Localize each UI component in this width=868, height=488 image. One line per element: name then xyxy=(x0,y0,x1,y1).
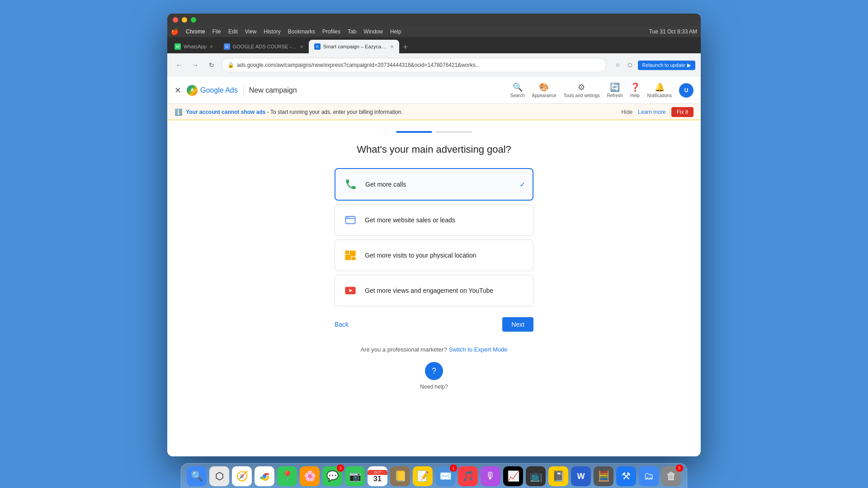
alert-account-link[interactable]: Your account cannot show ads xyxy=(186,109,265,115)
expert-mode-row: Are you a professional marketer? Switch … xyxy=(167,346,701,353)
action-row: Back Next xyxy=(335,317,533,332)
mail-badge: 1 xyxy=(450,465,457,472)
tab-smart-campaign-title: Smart campaign – Eazycare... xyxy=(323,44,387,49)
dock-facetime[interactable]: 📷 xyxy=(345,466,365,486)
website-label: Get more website sales or leads xyxy=(365,216,526,224)
dock-calculator[interactable]: 🧮 xyxy=(594,466,613,486)
menu-window[interactable]: Window xyxy=(363,28,383,35)
dock-mail[interactable]: ✉️ 1 xyxy=(435,466,455,486)
alert-actions: Hide Learn more Fix it xyxy=(622,107,693,117)
advertising-goal-options: Get more calls ✓ Get more website sales … xyxy=(335,168,533,306)
option-calls[interactable]: Get more calls ✓ xyxy=(335,168,533,201)
dock-notes[interactable]: 📝 xyxy=(413,466,433,486)
expert-mode-link[interactable]: Switch to Expert Mode xyxy=(449,346,508,353)
tools-label: Tools and settings xyxy=(563,93,599,98)
notifications-tool[interactable]: 🔔 Notifications xyxy=(647,82,672,98)
reload-btn[interactable]: ↻ xyxy=(205,59,218,71)
menu-history[interactable]: History xyxy=(264,28,281,35)
tab-google-ads-course[interactable]: G GOOGLE ADS COURSE - Goo... ✕ xyxy=(218,40,309,53)
appearance-tool[interactable]: 🎨 Appearance xyxy=(532,82,557,98)
google-ads-text: Google Ads xyxy=(200,86,238,94)
menu-bookmarks[interactable]: Bookmarks xyxy=(288,28,315,35)
toolbar-right: 🔍 Search 🎨 Appearance ⚙ Tools and settin… xyxy=(510,82,693,98)
tab-smart-campaign[interactable]: A Smart campaign – Eazycare... ✕ xyxy=(309,40,399,53)
tab-smart-campaign-close[interactable]: ✕ xyxy=(390,44,394,49)
menu-tab[interactable]: Tab xyxy=(348,28,356,35)
dock-stocks[interactable]: 📈 xyxy=(503,466,523,486)
dock-music[interactable]: 🎵 xyxy=(458,466,478,486)
google-ads-course-favicon: G xyxy=(224,43,230,50)
refresh-label: Refresh xyxy=(607,93,623,98)
forward-nav-btn[interactable]: → xyxy=(189,59,202,71)
back-nav-btn[interactable]: ← xyxy=(173,59,185,71)
location-label: Get more visits to your physical locatio… xyxy=(365,252,526,259)
user-avatar[interactable]: U xyxy=(679,83,693,98)
alert-info-icon: ℹ️ xyxy=(175,108,182,116)
next-button[interactable]: Next xyxy=(502,317,533,332)
dock-podcasts[interactable]: 🎙 xyxy=(481,466,500,486)
new-campaign-label: New campaign xyxy=(249,86,297,94)
back-button[interactable]: Back xyxy=(335,321,349,328)
relaunch-update-btn[interactable]: Relaunch to update ▶ xyxy=(638,61,695,70)
search-tool[interactable]: 🔍 Search xyxy=(510,82,525,98)
option-location[interactable]: Get more visits to your physical locatio… xyxy=(335,239,533,271)
help-tool[interactable]: ❓ Help xyxy=(630,82,640,98)
dock-notes2[interactable]: 📓 xyxy=(548,466,568,486)
tab-whatsapp[interactable]: W WhatsApp ✕ xyxy=(169,40,218,53)
dock-calendar[interactable]: OCT 31 xyxy=(368,466,387,486)
tab-google-ads-course-close[interactable]: ✕ xyxy=(300,44,303,49)
dock-iptv[interactable]: 📺 xyxy=(526,466,546,486)
dock-trash[interactable]: 🗑 5 xyxy=(661,466,681,486)
url-text: ads.google.com/aw/campaigns/new/express?… xyxy=(237,62,600,68)
dock-compass[interactable]: 🧭 xyxy=(232,466,252,486)
option-website[interactable]: Get more website sales or leads xyxy=(335,204,533,236)
alert-text: Your account cannot show ads - To start … xyxy=(186,109,618,115)
website-icon xyxy=(342,212,359,228)
bookmark-icon[interactable]: ☆ xyxy=(613,61,623,70)
extensions-icon[interactable]: ⬡ xyxy=(625,61,634,70)
menu-chrome[interactable]: Chrome xyxy=(186,28,205,35)
new-tab-button[interactable]: + xyxy=(399,41,412,53)
need-help-area: ? Need help? xyxy=(167,362,701,390)
calls-icon xyxy=(343,176,359,192)
menu-profiles[interactable]: Profiles xyxy=(322,28,340,35)
google-ads-toolbar: ✕ A Google Ads New campaign 🔍 Search 🎨 A… xyxy=(167,77,701,104)
close-campaign-btn[interactable]: ✕ xyxy=(175,85,181,95)
svg-rect-7 xyxy=(351,257,355,260)
menu-help[interactable]: Help xyxy=(390,28,401,35)
alert-learn-btn[interactable]: Learn more xyxy=(638,109,665,115)
tools-tool[interactable]: ⚙ Tools and settings xyxy=(563,82,599,98)
dock-photos[interactable]: 🌸 xyxy=(300,466,320,486)
dock-messages[interactable]: 💬 3 xyxy=(322,466,342,486)
dock-finder[interactable]: 🔍 xyxy=(187,466,207,486)
address-bar[interactable]: 🔒 ads.google.com/aw/campaigns/new/expres… xyxy=(222,58,606,72)
chrome-menubar: 🍎 Chrome File Edit View History Bookmark… xyxy=(167,26,701,37)
close-window-btn[interactable] xyxy=(173,17,178,23)
option-youtube[interactable]: Get more views and engagement on YouTube xyxy=(335,275,533,306)
chrome-tabbar: W WhatsApp ✕ G GOOGLE ADS COURSE - Goo..… xyxy=(167,37,701,53)
calls-checkmark: ✓ xyxy=(519,180,525,189)
minimize-window-btn[interactable] xyxy=(182,17,187,23)
secure-icon: 🔒 xyxy=(227,62,234,68)
dock-launchpad[interactable]: ⬡ xyxy=(209,466,229,486)
tab-whatsapp-close[interactable]: ✕ xyxy=(209,44,213,49)
addressbar-icons: ☆ ⬡ xyxy=(613,61,634,70)
alert-hide-btn[interactable]: Hide xyxy=(622,109,633,115)
help-icon: ❓ xyxy=(630,82,640,92)
dock-chrome[interactable] xyxy=(255,466,274,486)
calls-label: Get more calls xyxy=(365,181,513,188)
dock-stickies[interactable]: 📒 xyxy=(390,466,410,486)
dock-xcode[interactable]: ⚒ xyxy=(616,466,636,486)
maximize-window-btn[interactable] xyxy=(191,17,196,23)
dock-word[interactable]: W xyxy=(571,466,591,486)
alert-fixit-btn[interactable]: Fix it xyxy=(671,107,693,117)
search-label: Search xyxy=(510,93,525,98)
tools-icon: ⚙ xyxy=(578,82,585,92)
menu-view[interactable]: View xyxy=(245,28,257,35)
dock-finder2[interactable]: 🗂 xyxy=(639,466,659,486)
menu-file[interactable]: File xyxy=(212,28,221,35)
menu-edit[interactable]: Edit xyxy=(228,28,238,35)
refresh-tool[interactable]: 🔄 Refresh xyxy=(607,82,623,98)
help-circle-icon[interactable]: ? xyxy=(425,362,443,380)
dock-maps[interactable]: 📍 xyxy=(277,466,297,486)
